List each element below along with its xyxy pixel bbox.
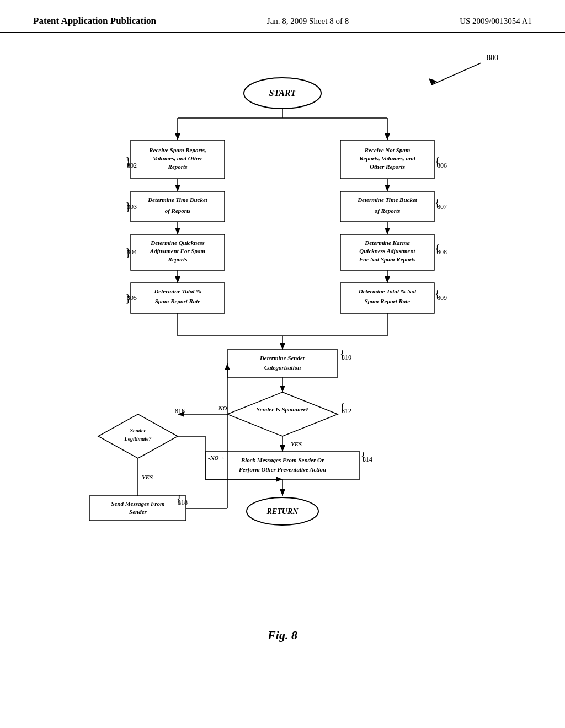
svg-marker-17 (175, 276, 180, 283)
n814-line2: Perform Other Preventative Action (239, 466, 326, 473)
n816-id: 816 (175, 407, 185, 415)
n809-line2: Spam Report Rate (365, 298, 411, 304)
n818-line2: Sender (129, 508, 147, 515)
publication-title: Patent Application Publication (33, 15, 156, 26)
n814-bracket: { (361, 449, 366, 462)
page-header: Patent Application Publication Jan. 8, 2… (0, 0, 565, 33)
n802-line3: Reports (168, 163, 188, 170)
n804-line2: Adjustment For Spam (150, 248, 206, 254)
n810-bracket: { (340, 347, 345, 360)
n806-bracket: { (435, 155, 440, 167)
diagram-label: 800 (487, 53, 498, 62)
n808-line1: Determine Karma (364, 239, 410, 246)
n803-bracket: } (125, 200, 131, 212)
n806-line3: Other Reports (370, 163, 405, 170)
svg-marker-24 (385, 228, 390, 234)
patent-number: US 2009/0013054 A1 (460, 17, 532, 26)
svg-marker-1 (429, 78, 437, 85)
n804-line3: Reports (168, 256, 188, 263)
svg-marker-6 (175, 133, 180, 140)
n803-line1: Determine Time Bucket (147, 196, 208, 203)
n807-bracket: { (435, 196, 440, 208)
svg-marker-38 (227, 392, 338, 436)
n808-bracket: { (435, 242, 440, 254)
n806-line1: Receive Not Spam (364, 147, 411, 153)
n814-line1: Block Messages From Sender Or (241, 457, 324, 463)
no3-label: -NO→ (208, 454, 225, 461)
n809-line1: Determine Total % Not (358, 288, 417, 295)
date-sheet-info: Jan. 8, 2009 Sheet 8 of 8 (267, 17, 349, 26)
svg-rect-41 (205, 452, 360, 479)
n808-line2: Quickness Adjustment (359, 248, 415, 254)
n816-line1: Sender (130, 427, 146, 433)
svg-rect-35 (227, 350, 338, 377)
n804-bracket: } (125, 246, 131, 258)
n802-id: 802 (127, 162, 137, 169)
n802-line1: Receive Spam Reports, (148, 147, 206, 153)
start-label: START (269, 88, 297, 98)
n807-line1: Determine Time Bucket (357, 196, 418, 203)
svg-marker-8 (385, 133, 390, 140)
n808-line3: For Not Spam Reports (359, 256, 415, 263)
return-label: RETURN (266, 507, 299, 516)
flowchart-svg: 800 START Receive Spam Reports, Volumes,… (45, 44, 520, 623)
n806-line2: Reports, Volumes, and (359, 155, 415, 162)
svg-marker-11 (175, 185, 180, 191)
n805-line2: Spam Report Rate (155, 298, 201, 304)
n818-line1: Send Messages From (111, 500, 165, 507)
svg-marker-40 (280, 445, 285, 452)
n816-line2: Legitimate? (124, 436, 152, 442)
n812-bracket: { (340, 401, 345, 413)
yes-816-label: YES (142, 474, 153, 480)
svg-marker-34 (280, 343, 285, 350)
yes-label: YES (291, 441, 302, 447)
n818-bracket: { (177, 493, 182, 505)
svg-marker-14 (175, 228, 180, 234)
svg-marker-43 (280, 489, 285, 496)
n805-bracket: } (125, 292, 131, 304)
svg-marker-21 (385, 185, 390, 191)
n809-bracket: { (435, 287, 440, 299)
n804-line1: Determine Quickness (150, 239, 204, 246)
svg-line-0 (431, 63, 481, 85)
n810-line2: Categorization (264, 364, 301, 371)
figure-caption: Fig. 8 (268, 628, 297, 643)
svg-marker-27 (385, 276, 390, 283)
n807-line2: of Reports (375, 207, 401, 214)
n802-line2: Volumes, and Other (153, 155, 203, 162)
no-label: -NO (216, 405, 227, 411)
n805-line1: Determine Total % (153, 288, 201, 295)
svg-marker-37 (280, 386, 285, 392)
diagram-area: 800 START Receive Spam Reports, Volumes,… (0, 33, 565, 654)
n810-line1: Determine Sender (259, 355, 306, 361)
n812-line1: Sender Is Spammer? (257, 406, 309, 413)
n803-line2: of Reports (165, 207, 191, 214)
